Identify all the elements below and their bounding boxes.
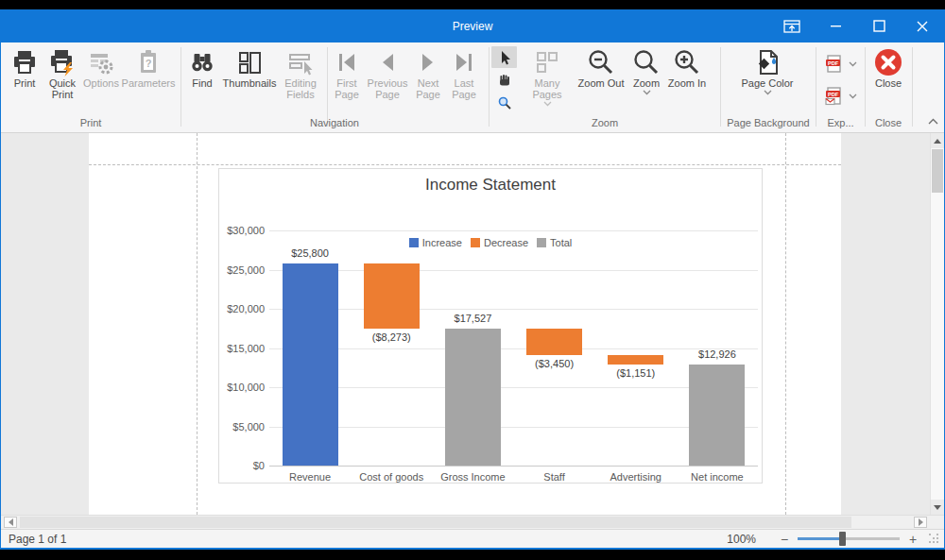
collapse-ribbon-button[interactable] <box>923 112 942 129</box>
document-preview-area[interactable]: Income Statement IncreaseDecreaseTotal $… <box>1 133 944 515</box>
top-margin-guide <box>89 164 841 165</box>
group-separator <box>180 47 181 127</box>
print-button[interactable]: Print <box>7 46 43 89</box>
export-to-pdf-button[interactable]: PDF <box>819 50 861 78</box>
triangle-up-icon <box>934 139 941 144</box>
zoom-slider-fill <box>798 537 843 540</box>
editing-fields-label-line2: Fields <box>286 89 314 100</box>
resize-grip[interactable] <box>928 533 940 545</box>
chevron-up-icon <box>928 118 938 125</box>
triangle-right-icon <box>919 518 923 526</box>
zoom-in-button[interactable]: Zoom In <box>664 46 710 89</box>
bar-staff <box>526 329 582 356</box>
zoom-decrease-button[interactable]: − <box>779 535 790 544</box>
last-page-label-line1: Last <box>455 77 474 89</box>
legend-swatch <box>409 238 419 247</box>
legend-item-total: Total <box>537 237 572 248</box>
vertical-scrollbar[interactable] <box>930 133 944 515</box>
zoom-out-button[interactable]: Zoom Out <box>576 46 627 89</box>
send-pdf-email-button[interactable]: PDF <box>819 82 861 110</box>
y-tick-label: $15,000 <box>219 343 265 354</box>
zoom-out-icon <box>586 47 616 77</box>
many-pages-icon <box>532 47 562 77</box>
horizontal-scrollbar[interactable] <box>1 515 944 529</box>
print-label: Print <box>14 77 36 89</box>
hand-icon <box>497 73 512 88</box>
bar-revenue <box>283 263 338 466</box>
options-label: Options <box>83 77 119 89</box>
zoom-out-label: Zoom Out <box>578 77 625 89</box>
next-page-label-line2: Page <box>416 89 440 100</box>
close-preview-label: Close <box>875 77 902 89</box>
first-page-label-line2: Page <box>335 89 359 100</box>
left-margin-guide <box>197 133 198 515</box>
gridline-25000 <box>269 270 758 271</box>
zoom-label: Zoom <box>633 77 660 89</box>
scroll-down-button[interactable] <box>931 500 944 515</box>
vertical-scroll-thumb[interactable] <box>932 149 943 193</box>
legend-swatch <box>471 238 480 247</box>
export-pdf-icon: PDF <box>824 54 845 75</box>
next-page-button[interactable]: Next Page <box>412 46 444 100</box>
maximize-icon <box>873 20 885 32</box>
bar-advertising <box>608 355 663 365</box>
minimize-button[interactable] <box>814 9 857 42</box>
editing-fields-label-line1: Editing <box>284 77 317 89</box>
horizontal-scroll-thumb[interactable] <box>20 517 851 528</box>
scroll-right-button[interactable] <box>914 517 927 528</box>
zoom-slider[interactable] <box>798 537 900 540</box>
maximize-button[interactable] <box>857 9 901 42</box>
options-button[interactable]: Options <box>82 46 120 89</box>
magnifier-blue-icon <box>497 95 512 110</box>
previous-page-button[interactable]: Previous Page <box>365 46 410 100</box>
chart-title: Income Statement <box>219 176 762 195</box>
parameters-label: Parameters <box>122 77 176 89</box>
quick-print-button[interactable]: Quick Print <box>44 46 80 100</box>
legend-swatch <box>537 238 546 247</box>
zoom-button[interactable]: Zoom <box>627 46 665 95</box>
y-tick-label: $0 <box>219 460 265 471</box>
y-tick-label: $10,000 <box>219 382 265 393</box>
zoom-increase-button[interactable]: + <box>907 535 919 544</box>
next-page-label-line1: Next <box>418 77 439 89</box>
category-label: Cost of goods <box>351 471 432 483</box>
right-margin-guide <box>785 133 786 515</box>
zoom-group-caption: Zoom <box>490 117 719 130</box>
svg-text:PDF: PDF <box>827 60 838 66</box>
preview-window: Preview <box>0 9 945 550</box>
pointer-tool-button[interactable] <box>491 46 517 68</box>
gridline-10000 <box>269 387 758 388</box>
close-icon <box>917 21 928 32</box>
zoom-slider-thumb[interactable] <box>839 532 846 546</box>
bar-value-label: $25,800 <box>267 247 352 259</box>
legend-label: Total <box>550 237 572 248</box>
legend-item-increase: Increase <box>409 237 462 248</box>
gridline-30000 <box>269 230 758 231</box>
first-page-button[interactable]: First Page <box>330 46 364 100</box>
last-page-button[interactable]: Last Page <box>445 46 483 100</box>
ribbon-display-options-button[interactable] <box>770 9 814 42</box>
close-window-button[interactable] <box>901 9 944 42</box>
options-icon <box>86 47 116 77</box>
y-tick-label: $30,000 <box>219 225 265 236</box>
parameters-button[interactable]: ? Parameters <box>120 46 177 89</box>
legend-item-decrease: Decrease <box>471 237 528 248</box>
next-page-icon <box>413 47 443 77</box>
page-indicator: Page 1 of 1 <box>9 533 66 546</box>
printer-icon <box>9 47 40 77</box>
marquee-zoom-button[interactable] <box>491 92 517 113</box>
page-color-button[interactable]: Page Color <box>729 46 806 95</box>
editing-fields-button[interactable]: Editing Fields <box>278 46 323 100</box>
find-button[interactable]: Find <box>185 46 219 89</box>
window-controls <box>770 9 944 42</box>
previous-page-label-line2: Page <box>375 89 400 100</box>
many-pages-button[interactable]: Many Pages <box>519 46 576 107</box>
hand-tool-button[interactable] <box>491 69 517 91</box>
ribbon-display-options-icon <box>783 19 800 34</box>
scroll-up-button[interactable] <box>931 133 944 148</box>
scroll-left-button[interactable] <box>4 517 17 528</box>
thumbnails-button[interactable]: Thumbnails <box>222 46 277 89</box>
chevron-down-icon <box>643 90 651 95</box>
gridline-5000 <box>269 427 758 428</box>
close-preview-button[interactable]: Close <box>867 46 910 89</box>
